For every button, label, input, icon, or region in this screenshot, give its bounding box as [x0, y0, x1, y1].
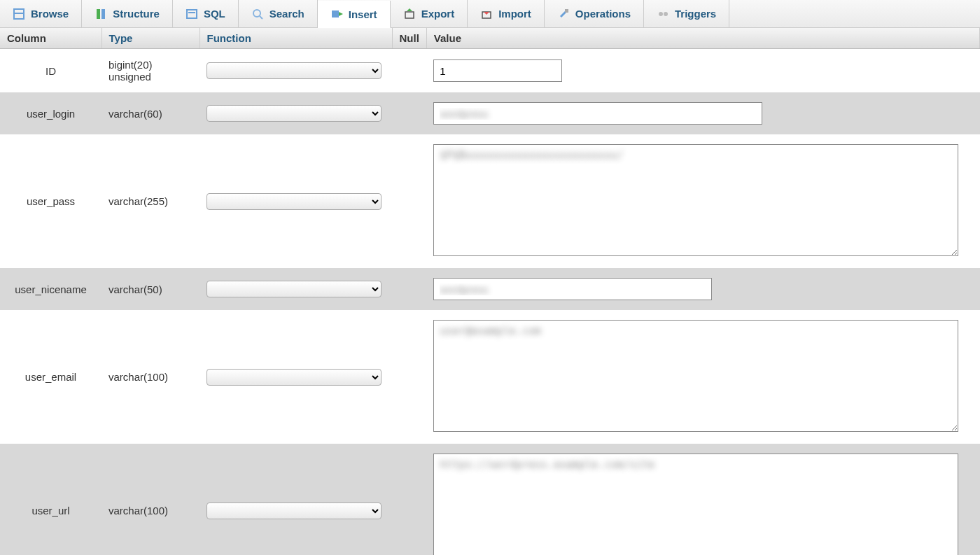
tab-import[interactable]: Import — [468, 0, 545, 27]
tab-operations[interactable]: Operations — [545, 0, 644, 27]
export-icon — [403, 8, 416, 20]
function-select[interactable] — [206, 281, 382, 297]
column-type: varchar(100) — [102, 310, 200, 444]
value-cell — [426, 444, 979, 555]
null-cell — [392, 92, 426, 134]
header-function[interactable]: Function — [200, 28, 392, 49]
structure-icon — [94, 8, 107, 20]
function-cell — [200, 49, 392, 93]
svg-point-15 — [659, 12, 663, 16]
function-select[interactable] — [206, 105, 382, 122]
function-cell — [200, 268, 392, 310]
null-cell — [392, 49, 426, 93]
tab-insert[interactable]: Insert — [318, 1, 391, 28]
function-cell — [200, 92, 392, 134]
svg-marker-9 — [339, 12, 343, 16]
value-input-user_email[interactable] — [433, 320, 958, 432]
function-select[interactable] — [206, 503, 382, 519]
column-name: ID — [0, 49, 102, 93]
value-cell — [426, 134, 979, 268]
tab-label: Triggers — [675, 8, 716, 20]
svg-rect-3 — [102, 9, 105, 19]
tab-label: Insert — [349, 8, 377, 20]
header-null: Null — [392, 28, 426, 49]
tab-structure[interactable]: Structure — [82, 0, 173, 27]
column-type: varchar(255) — [102, 134, 200, 268]
svg-rect-4 — [187, 10, 197, 18]
column-name: user_pass — [0, 134, 102, 268]
tab-label: Search — [270, 8, 304, 20]
function-select[interactable] — [206, 62, 382, 79]
search-icon — [251, 8, 264, 20]
value-input-user_pass[interactable] — [433, 144, 958, 256]
tab-sql[interactable]: SQL — [173, 0, 239, 27]
tab-label: Operations — [575, 8, 631, 20]
header-type[interactable]: Type — [102, 28, 200, 49]
value-cell — [426, 268, 979, 310]
tab-label: SQL — [204, 8, 225, 20]
function-cell — [200, 134, 392, 268]
tab-label: Import — [498, 8, 531, 20]
function-select[interactable] — [206, 369, 382, 386]
function-cell — [200, 444, 392, 555]
function-select[interactable] — [206, 193, 382, 210]
column-name: user_email — [0, 310, 102, 444]
table-row: user_loginvarchar(60) — [0, 92, 980, 134]
browse-icon — [13, 8, 25, 20]
null-cell — [392, 310, 426, 444]
svg-line-7 — [260, 16, 262, 19]
operations-icon — [557, 8, 570, 20]
svg-rect-2 — [97, 9, 100, 19]
table-row: user_emailvarchar(100) — [0, 310, 980, 444]
value-input-user_nicename[interactable] — [433, 278, 712, 300]
svg-marker-13 — [484, 12, 489, 15]
null-cell — [392, 134, 426, 268]
value-cell — [426, 49, 979, 93]
svg-point-16 — [664, 12, 668, 16]
svg-rect-8 — [332, 10, 339, 17]
value-input-user_url[interactable] — [433, 454, 958, 555]
table-row: user_urlvarchar(100) — [0, 444, 980, 555]
value-cell — [426, 92, 979, 134]
tab-triggers[interactable]: Triggers — [644, 0, 729, 27]
tab-export[interactable]: Export — [391, 0, 468, 27]
column-type: bigint(20) unsigned — [102, 49, 200, 93]
insert-form-table: Column Type Function Null Value IDbigint… — [0, 28, 980, 555]
value-input-user_login[interactable] — [433, 102, 762, 125]
table-row: user_nicenamevarchar(50) — [0, 268, 980, 310]
column-name: user_login — [0, 92, 102, 134]
svg-rect-14 — [565, 9, 568, 13]
header-column: Column — [0, 28, 102, 49]
table-row: IDbigint(20) unsigned — [0, 49, 980, 93]
tab-search[interactable]: Search — [239, 0, 318, 27]
value-cell — [426, 310, 979, 444]
function-cell — [200, 310, 392, 444]
tab-browse[interactable]: Browse — [0, 0, 82, 27]
tab-label: Export — [421, 8, 455, 20]
column-type: varchar(100) — [102, 444, 200, 555]
tab-label: Browse — [31, 8, 69, 20]
svg-rect-5 — [188, 12, 195, 13]
column-name: user_nicename — [0, 268, 102, 310]
column-type: varchar(50) — [102, 268, 200, 310]
column-name: user_url — [0, 444, 102, 555]
sql-icon — [186, 8, 198, 20]
import-icon — [480, 8, 493, 20]
null-cell — [392, 444, 426, 555]
tab-bar: BrowseStructureSQLSearchInsertExportImpo… — [0, 0, 980, 28]
header-value: Value — [426, 28, 979, 49]
svg-rect-10 — [405, 12, 414, 18]
tab-label: Structure — [113, 8, 160, 20]
svg-point-6 — [253, 10, 260, 17]
insert-icon — [330, 8, 343, 20]
column-type: varchar(60) — [102, 92, 200, 134]
svg-marker-11 — [407, 8, 412, 11]
value-input-id[interactable] — [433, 59, 562, 82]
triggers-icon — [657, 8, 669, 20]
table-row: user_passvarchar(255) — [0, 134, 980, 268]
null-cell — [392, 268, 426, 310]
